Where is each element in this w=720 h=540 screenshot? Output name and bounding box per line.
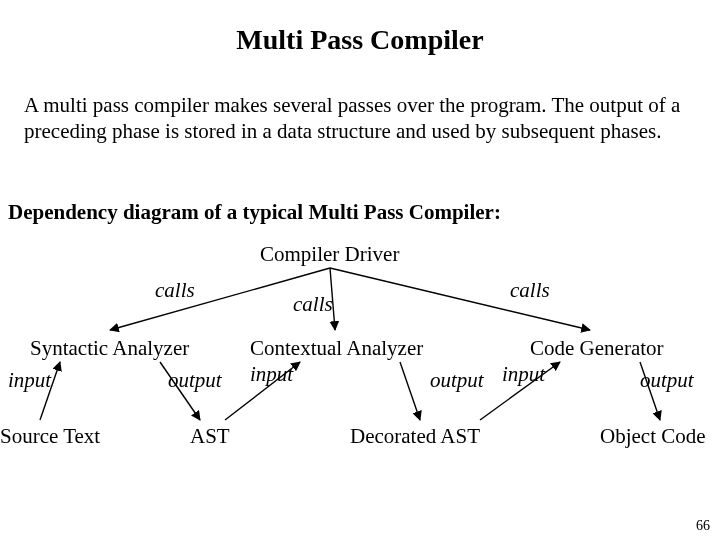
node-compiler-driver: Compiler Driver (260, 242, 399, 267)
slide-title: Multi Pass Compiler (0, 24, 720, 56)
diagram-subheading: Dependency diagram of a typical Multi Pa… (8, 200, 501, 225)
node-contextual-analyzer: Contextual Analyzer (250, 336, 423, 361)
svg-line-2 (330, 268, 590, 330)
node-syntactic-analyzer: Syntactic Analyzer (30, 336, 189, 361)
label-input-1: input (8, 368, 51, 393)
diagram-arrows (0, 0, 720, 540)
page-number: 66 (696, 518, 710, 534)
label-output-3: output (640, 368, 694, 393)
label-calls-left: calls (155, 278, 195, 303)
svg-line-6 (400, 362, 420, 420)
label-output-2: output (430, 368, 484, 393)
intro-paragraph: A multi pass compiler makes several pass… (24, 92, 696, 145)
label-input-3: input (502, 362, 545, 387)
label-calls-center: calls (293, 292, 333, 317)
label-calls-right: calls (510, 278, 550, 303)
artifact-decorated-ast: Decorated AST (350, 424, 480, 449)
label-output-1: output (168, 368, 222, 393)
label-input-2: input (250, 362, 293, 387)
artifact-ast: AST (190, 424, 230, 449)
artifact-object-code: Object Code (600, 424, 706, 449)
artifact-source-text: Source Text (0, 424, 100, 449)
node-code-generator: Code Generator (530, 336, 664, 361)
